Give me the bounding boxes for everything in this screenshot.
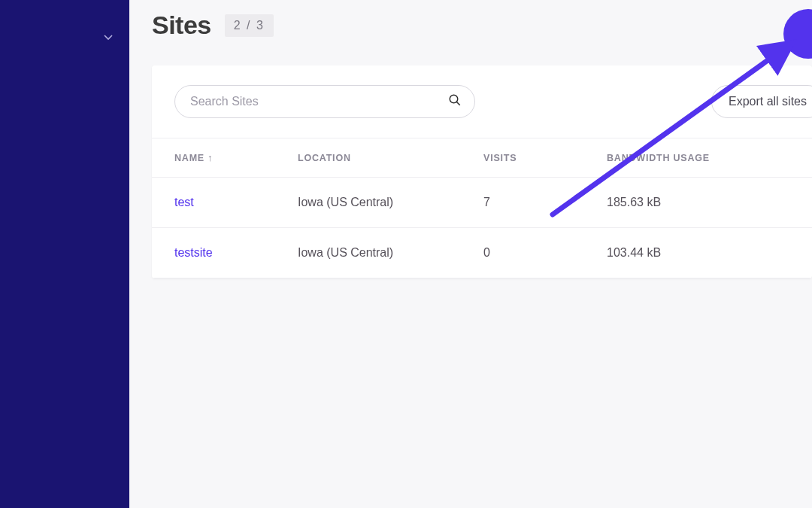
table-row: test Iowa (US Central) 7 185.63 kB [152,178,812,228]
site-link[interactable]: testsite [174,246,213,259]
account-switcher[interactable]: y [0,23,129,53]
sidebar-item-5[interactable]: de [0,331,129,364]
sidebar-item-0[interactable]: ard [0,75,129,108]
sidebar: y ard ns NS s Log de [0,0,129,508]
col-bandwidth[interactable]: BANDWIDTH USAGE [584,138,812,178]
sidebar-item-2[interactable]: NS [0,164,129,197]
sidebar-item-3[interactable]: s [0,197,129,230]
sidebar-item-4[interactable]: Log [0,298,129,331]
cell-visits: 7 [461,178,584,228]
sites-count-badge: 2 / 3 [225,14,274,37]
table-header-row: NAME↑ LOCATION VISITS BANDWIDTH USAGE [152,138,812,178]
cell-location: Iowa (US Central) [275,178,461,228]
table-row: testsite Iowa (US Central) 0 103.44 kB [152,228,812,278]
cell-visits: 0 [461,228,584,278]
main-content: Sites 2 / 3 Export all sites NAM [129,0,812,508]
cell-bandwidth: 103.44 kB [584,228,812,278]
col-visits[interactable]: VISITS [461,138,584,178]
page-header: Sites 2 / 3 [152,11,812,40]
cell-bandwidth: 185.63 kB [584,178,812,228]
sort-ascending-icon: ↑ [208,152,213,163]
site-link[interactable]: test [174,196,194,208]
cell-location: Iowa (US Central) [275,228,461,278]
export-button[interactable]: Export all sites [711,85,812,118]
col-location[interactable]: LOCATION [275,138,461,178]
col-name[interactable]: NAME↑ [152,138,275,178]
sites-panel: Export all sites NAME↑ LOCATION VISITS B… [152,65,812,278]
chevron-down-icon [104,32,113,43]
sites-table: NAME↑ LOCATION VISITS BANDWIDTH USAGE te… [152,138,812,278]
panel-toolbar: Export all sites [152,65,812,138]
page-title: Sites [152,11,211,40]
sidebar-item-1[interactable]: ns [0,131,129,164]
search-wrap [174,85,475,118]
search-input[interactable] [174,85,475,118]
